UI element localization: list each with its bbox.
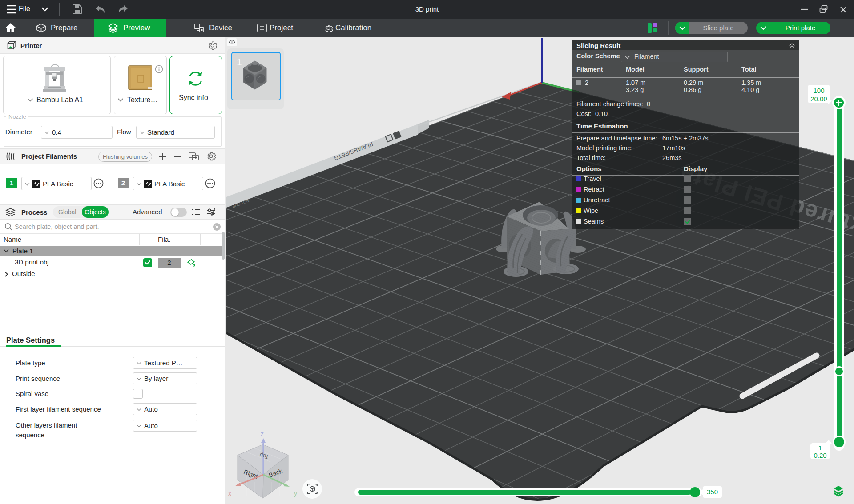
svg-text:z: z xyxy=(261,430,264,437)
svg-text:y: y xyxy=(294,490,297,497)
svg-text:x: x xyxy=(228,490,231,497)
